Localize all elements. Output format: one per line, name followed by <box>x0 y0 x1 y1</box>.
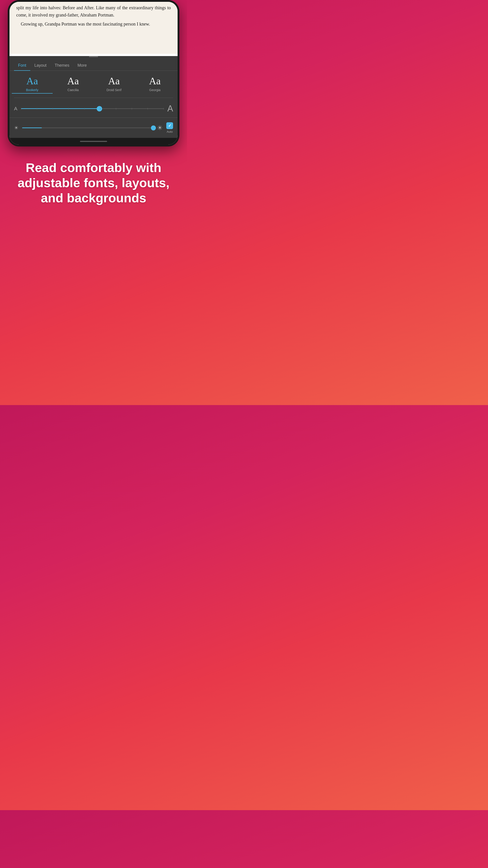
georgia-name: Georgia <box>149 88 161 92</box>
auto-label: Auto <box>167 130 173 133</box>
home-bar <box>80 141 107 142</box>
font-option-georgia[interactable]: Aa Georgia <box>134 75 175 94</box>
brightness-slider-track[interactable] <box>22 127 153 128</box>
tick-7 <box>116 108 116 110</box>
tick-8 <box>132 108 132 110</box>
font-size-row: A <box>9 100 177 118</box>
droid-serif-name: Droid Serif <box>106 88 121 92</box>
brightness-slider-fill <box>22 127 42 128</box>
phone-screen: split my life into halves: Before and Af… <box>9 2 177 145</box>
tab-font[interactable]: Font <box>14 59 30 70</box>
phone-outer: split my life into halves: Before and Af… <box>8 0 180 147</box>
georgia-sample: Aa <box>149 75 161 87</box>
droid-serif-sample: Aa <box>108 75 120 87</box>
tab-navigation: Font Layout Themes More <box>9 59 177 71</box>
reading-fade <box>9 40 177 54</box>
font-options: Aa Bookerly Aa Caecilia Aa Droid Serif A… <box>9 71 177 96</box>
settings-panel: Font Layout Themes More Aa Bookerly Aa C… <box>9 56 177 138</box>
tick-3 <box>53 108 53 110</box>
font-size-small-label: A <box>14 106 18 112</box>
font-option-droid-serif[interactable]: Aa Droid Serif <box>94 75 134 94</box>
caecilia-sample: Aa <box>67 75 79 87</box>
promo-section: Read comfortably with adjustable fonts, … <box>0 147 187 215</box>
font-size-large-label: A <box>167 104 173 114</box>
tick-2 <box>37 108 37 110</box>
tick-9 <box>148 108 148 110</box>
bookerly-name: Bookerly <box>26 88 38 92</box>
tick-5 <box>84 108 85 110</box>
auto-button[interactable]: Auto <box>166 122 173 133</box>
home-indicator <box>9 138 177 145</box>
reading-line-2: Growing up, Grandpa Portman was the most… <box>16 20 171 28</box>
tab-more[interactable]: More <box>73 59 91 70</box>
tick-1 <box>21 108 21 110</box>
tab-layout[interactable]: Layout <box>30 59 51 70</box>
caecilia-name: Caecilia <box>68 88 79 92</box>
reading-area: split my life into halves: Before and Af… <box>9 2 177 54</box>
brightness-row: ☀ ☀ Auto <box>9 118 177 138</box>
bookerly-sample: Aa <box>26 75 38 87</box>
bookerly-underline <box>12 93 53 94</box>
sun-icon-large: ☀ <box>157 124 163 131</box>
promo-heading: Read comfortably with adjustable fonts, … <box>9 160 178 206</box>
sun-icon-small: ☀ <box>14 125 19 131</box>
font-size-slider-track[interactable] <box>21 108 164 109</box>
phone-wrapper: split my life into halves: Before and Af… <box>5 0 182 147</box>
font-option-bookerly[interactable]: Aa Bookerly <box>12 75 53 94</box>
drag-handle[interactable] <box>89 56 98 57</box>
tick-6 <box>100 108 100 110</box>
tick-4 <box>68 108 69 110</box>
reading-line-1: split my life into halves: Before and Af… <box>16 4 171 19</box>
brightness-slider-thumb[interactable] <box>151 125 156 130</box>
reading-text: split my life into halves: Before and Af… <box>16 2 171 28</box>
tab-themes[interactable]: Themes <box>51 59 73 70</box>
font-option-caecilia[interactable]: Aa Caecilia <box>53 75 94 94</box>
slider-ticks <box>21 108 164 109</box>
auto-checkbox[interactable] <box>166 122 173 129</box>
